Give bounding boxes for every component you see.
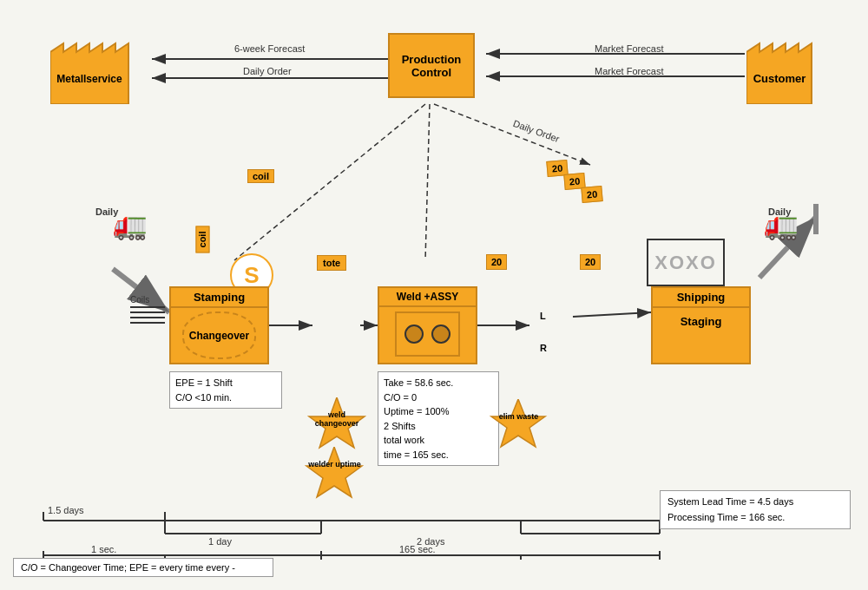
tote-label: tote <box>317 255 346 271</box>
kaizen-star-1 <box>302 397 372 449</box>
kaizen-star-2 <box>299 447 369 499</box>
metallservice-factory-shape: Metallservice <box>50 26 146 104</box>
svg-text:Customer: Customer <box>753 72 806 85</box>
weld-data-line3: Uptime = 100% <box>384 404 493 419</box>
push-20-d: 20 <box>486 254 507 270</box>
production-control-label: Production Control <box>402 53 462 79</box>
stamping-data-line1: EPE = 1 Shift <box>175 376 276 390</box>
weld-data-line6: time = 165 sec. <box>384 448 493 462</box>
push-20-c: 20 <box>581 186 603 203</box>
stamping-process-box: Stamping Changeover <box>169 286 269 364</box>
svg-marker-39 <box>491 399 545 447</box>
r-label: R <box>540 343 547 353</box>
kaizen-elim-waste: elim waste <box>486 399 551 451</box>
stamping-label: Stamping <box>171 288 267 308</box>
stamping-data-box: EPE = 1 Shift C/O <10 min. <box>169 371 282 409</box>
customer-factory-shape: Customer <box>746 26 833 104</box>
svg-text:Metallservice: Metallservice <box>56 73 122 85</box>
weld-data-line4: 2 Shifts <box>384 419 493 434</box>
svg-line-14 <box>573 312 651 317</box>
timeline-days-2: 1 day <box>208 536 232 547</box>
l-label: L <box>540 311 546 321</box>
shipping-label: Shipping <box>653 288 749 308</box>
push-20-e: 20 <box>580 254 601 270</box>
timeline-sec-1: 1 sec. <box>91 544 116 554</box>
coil-stack-label: coil <box>195 226 209 253</box>
changeover-label: Changeover <box>189 330 249 342</box>
legend-text: C/O = Changeover Time; EPE = every time … <box>21 562 235 573</box>
metallservice-factory: Metallservice <box>50 26 146 108</box>
production-control-box: Production Control <box>388 33 475 98</box>
weld-data-line5: total work <box>384 433 493 448</box>
market-forecast-2-label: Market Forecast <box>595 66 663 76</box>
kaizen-weld-changeover: weld changeover <box>302 397 372 449</box>
xoxo-box: XOXO <box>647 239 725 286</box>
coil-stack: Coils <box>130 295 165 327</box>
daily-left-label: Daily <box>95 206 118 217</box>
processing-time: Processing Time = 166 sec. <box>667 510 843 526</box>
timeline-days-1: 1.5 days <box>48 505 84 515</box>
legend-box: C/O = Changeover Time; EPE = every time … <box>13 558 273 577</box>
svg-line-9 <box>425 104 430 260</box>
xoxo-label: XOXO <box>654 252 717 274</box>
kaizen-star-3 <box>486 399 551 451</box>
customer-factory: Customer <box>746 26 833 108</box>
weld-assy-process-box: Weld +ASSY <box>378 286 477 364</box>
system-lead-time: System Lead Time = 4.5 days <box>667 495 843 510</box>
daily-order-right-label: Daily Order <box>512 118 561 144</box>
kaizen-welder-uptime: welder uptime <box>299 447 369 499</box>
six-week-forecast-label: 6-week Forecast <box>234 43 305 54</box>
weld-data-line1: Take = 58.6 sec. <box>384 376 493 390</box>
weld-label: Weld +ASSY <box>379 288 476 307</box>
changeover-burst: Changeover <box>182 311 256 359</box>
staging-label: Staging <box>653 315 749 328</box>
svg-marker-37 <box>309 397 365 448</box>
market-forecast-1-label: Market Forecast <box>595 43 663 54</box>
svg-marker-38 <box>306 447 362 497</box>
weld-data-line2: C/O = 0 <box>384 390 493 405</box>
daily-right-label: Daily <box>768 206 791 217</box>
svg-line-7 <box>434 104 590 165</box>
coil-top-label: coil <box>247 169 274 183</box>
shipping-process-box: Shipping Staging <box>651 286 751 364</box>
stamping-data-line2: C/O <10 min. <box>175 390 276 405</box>
diagram: Metallservice Production Control Custome… <box>0 0 868 590</box>
system-info-box: System Lead Time = 4.5 days Processing T… <box>660 490 851 529</box>
daily-order-left-label: Daily Order <box>243 66 292 76</box>
weld-data-box: Take = 58.6 sec. C/O = 0 Uptime = 100% 2… <box>378 371 499 466</box>
timeline-sec-2: 165 sec. <box>399 544 436 554</box>
coils-label: Coils <box>130 295 165 305</box>
